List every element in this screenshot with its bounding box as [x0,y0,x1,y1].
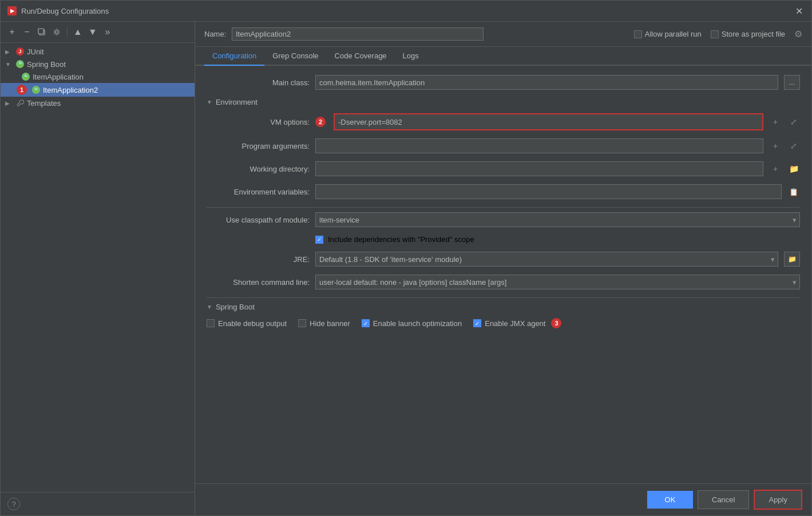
cancel-button[interactable]: Cancel [698,490,749,509]
working-dir-expand[interactable]: + [769,162,782,175]
enable-debug-checkbox[interactable] [207,319,215,327]
jre-row: JRE: Default (1.8 - SDK of 'item-service… [207,252,800,267]
tab-configuration[interactable]: Configuration [204,47,264,66]
env-vars-input[interactable] [315,184,782,199]
springboot-label: Spring Boot [27,60,66,69]
badge-3: 3 [551,318,561,328]
env-vars-icon[interactable]: 📋 [787,185,800,198]
itemapp-icon: 🍃 [21,72,30,81]
jre-browse-button[interactable]: 📁 [784,252,800,267]
button-bar: OK Cancel Apply [195,483,811,515]
enable-launch-checkbox[interactable]: ✓ [362,319,370,327]
templates-icon [15,98,25,108]
enable-jmx-checkbox[interactable]: ✓ [473,319,481,327]
enable-launch-item: ✓ Enable launch optimization [362,319,462,328]
tree-toolbar: + − ▲ ▼ » [1,22,195,43]
remove-button[interactable]: − [20,25,34,39]
bottom-checkboxes: Enable debug output Hide banner ✓ Enable… [207,318,800,328]
title-bar-left: ▶ Run/Debug Configurations [7,6,109,15]
main-class-input[interactable] [315,75,778,90]
enable-debug-item: Enable debug output [207,319,287,328]
left-panel: + − ▲ ▼ » [1,22,195,515]
wrench-icon [16,99,24,107]
environment-section-header: ▼ Environment [207,98,800,106]
store-project-checkbox[interactable] [711,30,719,38]
working-dir-row: Working directory: + 📁 [207,161,800,176]
close-button[interactable]: ✕ [793,5,805,17]
environment-arrow[interactable]: ▼ [207,99,212,105]
working-dir-browse[interactable]: 📁 [787,162,800,175]
spring-boot-arrow[interactable]: ▼ [207,304,212,310]
main-content: + − ▲ ▼ » [1,22,811,515]
program-args-fullscreen[interactable]: ⤢ [787,140,800,152]
jre-select-wrapper: Default (1.8 - SDK of 'item-service' mod… [315,252,778,267]
working-dir-label: Working directory: [207,165,310,173]
name-label: Name: [204,30,227,38]
copy-button[interactable] [35,25,49,39]
ok-button[interactable]: OK [647,491,693,509]
settings-icon [53,28,61,36]
form-content: Main class: ... ▼ Environment VM options… [195,66,811,483]
include-deps-label: Include dependencies with "Provided" sco… [328,235,474,244]
include-deps-row: ✓ Include dependencies with "Provided" s… [207,235,800,244]
enable-jmx-label: Enable JMX agent [485,319,545,328]
classpath-select[interactable]: item-service [315,212,800,227]
tree-item-itemapp2[interactable]: 1 🍃 ItemApplication2 [1,83,195,97]
tab-grep-console[interactable]: Grep Console [264,47,326,66]
vm-options-row: VM options: 2 + ⤢ [207,113,800,130]
shorten-cmd-row: Shorten command line: user-local default… [207,275,800,289]
allow-parallel-checkbox[interactable] [634,30,642,38]
vm-options-expand-button[interactable]: + [769,116,782,128]
program-args-row: Program arguments: + ⤢ [207,138,800,153]
tab-code-coverage-label: Code Coverage [335,51,387,60]
junit-label: JUnit [27,47,44,56]
more-button[interactable]: » [101,25,114,39]
tree-item-templates[interactable]: ▶ Templates [1,97,195,109]
badge-1: 1 [17,85,27,95]
environment-title: Environment [216,98,258,106]
vm-options-input[interactable] [334,113,763,130]
jre-label: JRE: [207,255,310,264]
store-project-label[interactable]: Store as project file [711,30,785,38]
tree-item-springboot[interactable]: ▼ 🍃 Spring Boot [1,58,195,70]
working-dir-input[interactable] [315,161,763,176]
move-down-button[interactable]: ▼ [86,25,100,39]
settings-button[interactable] [50,25,64,39]
name-row: Name: Allow parallel run Store as projec… [195,22,811,47]
jre-select[interactable]: Default (1.8 - SDK of 'item-service' mod… [315,252,778,267]
badge-2: 2 [315,117,326,127]
help-section: ? [1,492,195,515]
add-button[interactable]: + [5,25,19,39]
name-input[interactable] [232,27,484,41]
program-args-input[interactable] [315,138,763,153]
springboot-arrow: ▼ [5,61,13,68]
tab-logs[interactable]: Logs [395,47,427,66]
allow-parallel-label[interactable]: Allow parallel run [634,30,702,38]
tab-code-coverage[interactable]: Code Coverage [327,47,395,66]
classpath-label: Use classpath of module: [207,216,310,224]
tree-item-itemapp[interactable]: 🍃 ItemApplication [1,70,195,83]
apply-button[interactable]: Apply [754,490,802,510]
main-class-browse-button[interactable]: ... [784,75,800,90]
config-gear-icon[interactable]: ⚙ [794,29,802,39]
help-button[interactable]: ? [5,496,190,512]
vm-options-fullscreen-button[interactable]: ⤢ [787,116,800,128]
vm-options-label: VM options: [207,118,310,126]
tree-item-junit[interactable]: ▶ J JUnit [1,45,195,58]
toolbar-separator [67,27,68,37]
hide-banner-checkbox[interactable] [298,319,306,327]
classpath-row: Use classpath of module: item-service [207,212,800,227]
move-up-button[interactable]: ▲ [71,25,85,39]
include-deps-checkbox[interactable]: ✓ [315,236,323,244]
itemapp2-icon: 🍃 [31,85,41,94]
junit-icon: J [15,47,25,56]
right-panel: Name: Allow parallel run Store as projec… [195,22,811,515]
program-args-label: Program arguments: [207,142,310,150]
divider-2 [207,297,800,298]
shorten-cmd-select[interactable]: user-local default: none - java [options… [315,275,800,289]
hide-banner-item: Hide banner [298,319,350,328]
classpath-select-wrapper: item-service [315,212,800,227]
program-args-expand[interactable]: + [769,140,782,152]
store-project-text: Store as project file [722,30,785,38]
itemapp-label: ItemApplication [33,73,84,81]
